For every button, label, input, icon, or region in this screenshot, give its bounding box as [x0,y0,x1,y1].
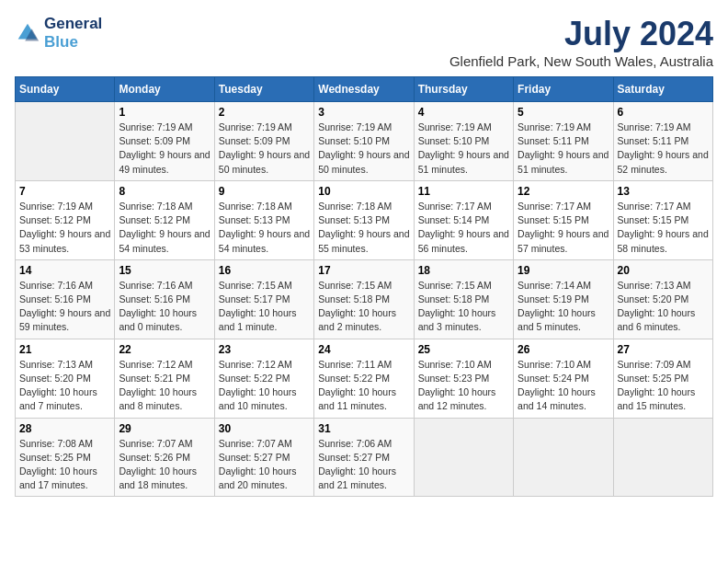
day-info: Sunrise: 7:18 AMSunset: 5:13 PMDaylight:… [318,200,409,256]
day-info: Sunrise: 7:13 AMSunset: 5:20 PMDaylight:… [618,279,709,335]
header-day-sunday: Sunday [16,77,115,102]
logo: General Blue [15,15,102,52]
calendar-header-row: SundayMondayTuesdayWednesdayThursdayFrid… [16,77,713,102]
day-info: Sunrise: 7:14 AMSunset: 5:19 PMDaylight:… [518,279,609,335]
day-number: 21 [19,343,110,356]
month-title: July 2024 [449,15,713,53]
day-info: Sunrise: 7:09 AMSunset: 5:25 PMDaylight:… [618,358,709,414]
day-info: Sunrise: 7:19 AMSunset: 5:10 PMDaylight:… [418,121,509,177]
calendar-cell: 28Sunrise: 7:08 AMSunset: 5:25 PMDayligh… [16,418,115,497]
day-info: Sunrise: 7:17 AMSunset: 5:14 PMDaylight:… [418,200,509,256]
day-number: 28 [19,422,110,435]
calendar-cell: 8Sunrise: 7:18 AMSunset: 5:12 PMDaylight… [115,180,214,259]
day-info: Sunrise: 7:13 AMSunset: 5:20 PMDaylight:… [19,358,110,414]
calendar-cell: 7Sunrise: 7:19 AMSunset: 5:12 PMDaylight… [16,180,115,259]
calendar-cell: 31Sunrise: 7:06 AMSunset: 5:27 PMDayligh… [314,418,414,497]
day-number: 19 [518,264,609,277]
day-number: 12 [518,185,609,198]
day-info: Sunrise: 7:15 AMSunset: 5:18 PMDaylight:… [418,279,509,335]
calendar-cell: 30Sunrise: 7:07 AMSunset: 5:27 PMDayligh… [214,418,313,497]
day-info: Sunrise: 7:19 AMSunset: 5:09 PMDaylight:… [219,121,310,177]
calendar-cell: 29Sunrise: 7:07 AMSunset: 5:26 PMDayligh… [115,418,214,497]
calendar-cell: 24Sunrise: 7:11 AMSunset: 5:22 PMDayligh… [314,339,414,418]
header-day-tuesday: Tuesday [214,77,313,102]
day-number: 22 [119,343,210,356]
calendar-cell: 3Sunrise: 7:19 AMSunset: 5:10 PMDaylight… [314,102,414,181]
day-info: Sunrise: 7:06 AMSunset: 5:27 PMDaylight:… [318,437,409,493]
calendar-cell: 23Sunrise: 7:12 AMSunset: 5:22 PMDayligh… [214,339,313,418]
day-info: Sunrise: 7:19 AMSunset: 5:11 PMDaylight:… [618,121,709,177]
day-number: 3 [318,106,409,119]
day-number: 31 [318,422,409,435]
calendar-cell [414,418,513,497]
calendar-cell: 2Sunrise: 7:19 AMSunset: 5:09 PMDaylight… [214,102,313,181]
logo-icon [15,20,40,46]
day-info: Sunrise: 7:16 AMSunset: 5:16 PMDaylight:… [19,279,110,335]
calendar-cell [16,102,115,181]
day-number: 5 [518,106,609,119]
day-info: Sunrise: 7:18 AMSunset: 5:13 PMDaylight:… [219,200,310,256]
day-number: 15 [119,264,210,277]
calendar-cell: 16Sunrise: 7:15 AMSunset: 5:17 PMDayligh… [214,259,313,339]
calendar-cell [514,418,613,497]
calendar-cell: 14Sunrise: 7:16 AMSunset: 5:16 PMDayligh… [16,259,115,339]
day-number: 25 [418,343,509,356]
calendar-cell: 19Sunrise: 7:14 AMSunset: 5:19 PMDayligh… [514,259,613,339]
header-day-saturday: Saturday [613,77,712,102]
calendar-cell: 17Sunrise: 7:15 AMSunset: 5:18 PMDayligh… [314,259,414,339]
calendar-week-4: 21Sunrise: 7:13 AMSunset: 5:20 PMDayligh… [16,339,713,418]
day-info: Sunrise: 7:18 AMSunset: 5:12 PMDaylight:… [119,200,210,256]
day-info: Sunrise: 7:19 AMSunset: 5:09 PMDaylight:… [119,121,210,177]
day-info: Sunrise: 7:10 AMSunset: 5:23 PMDaylight:… [418,358,509,414]
calendar-week-1: 1Sunrise: 7:19 AMSunset: 5:09 PMDaylight… [16,102,713,181]
header: General Blue July 2024 Glenfield Park, N… [15,15,713,69]
calendar-cell: 18Sunrise: 7:15 AMSunset: 5:18 PMDayligh… [414,259,513,339]
calendar-cell: 27Sunrise: 7:09 AMSunset: 5:25 PMDayligh… [613,339,712,418]
day-number: 20 [618,264,709,277]
calendar-cell: 1Sunrise: 7:19 AMSunset: 5:09 PMDaylight… [115,102,214,181]
calendar-week-2: 7Sunrise: 7:19 AMSunset: 5:12 PMDaylight… [16,180,713,259]
calendar-cell: 13Sunrise: 7:17 AMSunset: 5:15 PMDayligh… [613,180,712,259]
header-day-friday: Friday [514,77,613,102]
day-number: 2 [219,106,310,119]
day-info: Sunrise: 7:08 AMSunset: 5:25 PMDaylight:… [19,437,110,493]
calendar-week-5: 28Sunrise: 7:08 AMSunset: 5:25 PMDayligh… [16,418,713,497]
calendar-cell: 26Sunrise: 7:10 AMSunset: 5:24 PMDayligh… [514,339,613,418]
day-info: Sunrise: 7:12 AMSunset: 5:22 PMDaylight:… [219,358,310,414]
calendar-cell: 22Sunrise: 7:12 AMSunset: 5:21 PMDayligh… [115,339,214,418]
calendar-cell: 11Sunrise: 7:17 AMSunset: 5:14 PMDayligh… [414,180,513,259]
calendar-cell: 15Sunrise: 7:16 AMSunset: 5:16 PMDayligh… [115,259,214,339]
day-info: Sunrise: 7:07 AMSunset: 5:27 PMDaylight:… [219,437,310,493]
day-number: 6 [618,106,709,119]
day-number: 8 [119,185,210,198]
day-number: 23 [219,343,310,356]
day-number: 30 [219,422,310,435]
day-info: Sunrise: 7:15 AMSunset: 5:17 PMDaylight:… [219,279,310,335]
calendar-cell: 20Sunrise: 7:13 AMSunset: 5:20 PMDayligh… [613,259,712,339]
day-number: 13 [618,185,709,198]
calendar-week-3: 14Sunrise: 7:16 AMSunset: 5:16 PMDayligh… [16,259,713,339]
calendar-cell: 10Sunrise: 7:18 AMSunset: 5:13 PMDayligh… [314,180,414,259]
day-number: 24 [318,343,409,356]
calendar-cell: 25Sunrise: 7:10 AMSunset: 5:23 PMDayligh… [414,339,513,418]
day-info: Sunrise: 7:19 AMSunset: 5:10 PMDaylight:… [318,121,409,177]
day-number: 26 [518,343,609,356]
day-info: Sunrise: 7:10 AMSunset: 5:24 PMDaylight:… [518,358,609,414]
day-info: Sunrise: 7:11 AMSunset: 5:22 PMDaylight:… [318,358,409,414]
day-info: Sunrise: 7:19 AMSunset: 5:12 PMDaylight:… [19,200,110,256]
calendar-cell: 12Sunrise: 7:17 AMSunset: 5:15 PMDayligh… [514,180,613,259]
calendar-cell: 21Sunrise: 7:13 AMSunset: 5:20 PMDayligh… [16,339,115,418]
title-area: July 2024 Glenfield Park, New South Wale… [449,15,713,69]
day-number: 16 [219,264,310,277]
header-day-thursday: Thursday [414,77,513,102]
day-number: 18 [418,264,509,277]
header-day-monday: Monday [115,77,214,102]
day-info: Sunrise: 7:17 AMSunset: 5:15 PMDaylight:… [518,200,609,256]
day-number: 29 [119,422,210,435]
calendar-cell: 5Sunrise: 7:19 AMSunset: 5:11 PMDaylight… [514,102,613,181]
day-info: Sunrise: 7:07 AMSunset: 5:26 PMDaylight:… [119,437,210,493]
day-number: 4 [418,106,509,119]
day-number: 7 [19,185,110,198]
calendar-table: SundayMondayTuesdayWednesdayThursdayFrid… [15,76,713,497]
day-number: 27 [618,343,709,356]
